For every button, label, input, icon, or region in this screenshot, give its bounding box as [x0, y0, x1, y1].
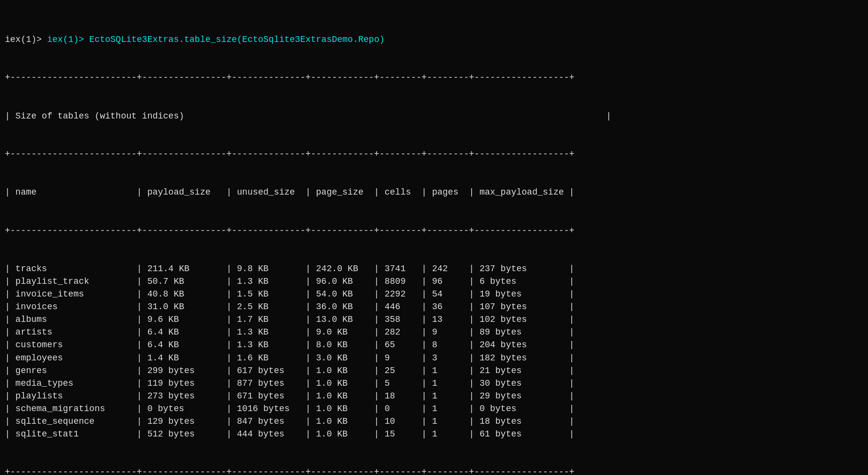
divider-bottom: +------------------------+--------------…	[5, 466, 863, 475]
command-text: iex(1)> EctoSQLite3Extras.table_size(Ect…	[47, 35, 384, 44]
table-row: | invoice_items | 40.8 KB | 1.5 KB | 54.…	[5, 288, 863, 300]
table-row: | employees | 1.4 KB | 1.6 KB | 3.0 KB |…	[5, 352, 863, 364]
terminal-window: iex(1)> iex(1)> EctoSQLite3Extras.table_…	[5, 8, 863, 475]
table-body: | tracks | 211.4 KB | 9.8 KB | 242.0 KB …	[5, 262, 863, 440]
table-header: | name | payload_size | unused_size | pa…	[5, 186, 863, 198]
table-row: | schema_migrations | 0 bytes | 1016 byt…	[5, 402, 863, 415]
table-row: | media_types | 119 bytes | 877 bytes | …	[5, 377, 863, 390]
table-row: | tracks | 211.4 KB | 9.8 KB | 242.0 KB …	[5, 262, 863, 275]
command-line: iex(1)> iex(1)> EctoSQLite3Extras.table_…	[5, 33, 863, 46]
table-row: | invoices | 31.0 KB | 2.5 KB | 36.0 KB …	[5, 300, 863, 313]
table-row: | customers | 6.4 KB | 1.3 KB | 8.0 KB |…	[5, 338, 863, 351]
table-row: | artists | 6.4 KB | 1.3 KB | 9.0 KB | 2…	[5, 326, 863, 338]
divider-top: +------------------------+--------------…	[5, 71, 863, 84]
prompt: iex(1)>	[5, 35, 47, 44]
table-row: | sqlite_stat1 | 512 bytes | 444 bytes |…	[5, 428, 863, 440]
table-title: | Size of tables (without indices) |	[5, 110, 863, 122]
table-row: | albums | 9.6 KB | 1.7 KB | 13.0 KB | 3…	[5, 313, 863, 326]
table-row: | genres | 299 bytes | 617 bytes | 1.0 K…	[5, 364, 863, 377]
divider-body: +------------------------+--------------…	[5, 224, 863, 237]
table-row: | playlists | 273 bytes | 671 bytes | 1.…	[5, 390, 863, 402]
table-row: | sqlite_sequence | 129 bytes | 847 byte…	[5, 415, 863, 428]
table-row: | playlist_track | 50.7 KB | 1.3 KB | 96…	[5, 275, 863, 288]
divider-header: +------------------------+--------------…	[5, 148, 863, 160]
